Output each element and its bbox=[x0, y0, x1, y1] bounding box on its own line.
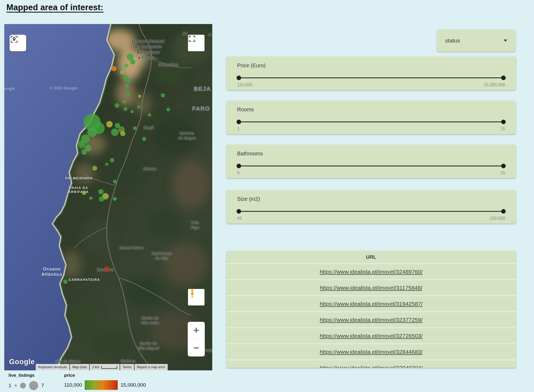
table-row: https://www.idealista.pt/imovel/32726503… bbox=[226, 327, 516, 343]
table-row: https://www.idealista.pt/imovel/32377259… bbox=[226, 311, 516, 327]
url-table: URL https://www.idealista.pt/imovel/3248… bbox=[226, 251, 516, 368]
size-slider-min-handle[interactable] bbox=[237, 209, 241, 214]
price-min-value: 110,000 bbox=[237, 83, 252, 87]
map-data-link[interactable]: Map Data bbox=[70, 364, 89, 370]
price-slider-track[interactable] bbox=[237, 77, 505, 78]
bathrooms-min-value: 0 bbox=[237, 171, 239, 175]
rooms-filter-card: Rooms 1 15 bbox=[226, 101, 516, 134]
bathrooms-slider-label: Bathrooms bbox=[237, 151, 505, 157]
map-attribution-bar: Keyboard shortcuts Map Data 2 km Terms R… bbox=[36, 364, 168, 370]
price-legend-min: 110,000 bbox=[64, 382, 82, 388]
rooms-min-value: 1 bbox=[237, 127, 239, 131]
listing-link[interactable]: https://www.idealista.pt/imovel/31175848… bbox=[320, 285, 422, 291]
size-dot-small bbox=[15, 385, 17, 387]
table-row: https://www.idealista.pt/imovel/32049204… bbox=[226, 359, 516, 368]
size-max-value: 150,000 bbox=[490, 216, 505, 221]
locate-button[interactable] bbox=[10, 35, 26, 51]
map-scale-label: 2 km bbox=[92, 365, 99, 369]
terms-link[interactable]: Terms bbox=[120, 364, 134, 370]
legend: live_listings price 1 7 110,000 15,000,0… bbox=[9, 373, 169, 392]
rooms-slider-label: Rooms bbox=[237, 107, 505, 113]
bathrooms-slider-max-handle[interactable] bbox=[501, 164, 506, 168]
satellite-terrain bbox=[4, 24, 212, 370]
map[interactable]: Parque Natural do Sudoeste Alentejano e … bbox=[4, 24, 212, 370]
listing-link[interactable]: https://www.idealista.pt/imovel/32489760… bbox=[320, 269, 422, 275]
bathrooms-slider-track[interactable] bbox=[237, 166, 505, 166]
price-max-value: 15,000,000 bbox=[484, 83, 505, 87]
status-dropdown[interactable]: status bbox=[437, 29, 515, 52]
url-table-header: URL bbox=[226, 251, 516, 263]
locate-pin-icon bbox=[10, 35, 19, 44]
status-dropdown-label: status bbox=[445, 37, 460, 44]
map-scale-bar bbox=[101, 366, 117, 369]
table-row: https://www.idealista.pt/imovel/31942587… bbox=[226, 295, 516, 311]
bathrooms-max-value: 15 bbox=[500, 171, 505, 175]
fullscreen-button[interactable] bbox=[188, 35, 205, 51]
listing-link[interactable]: https://www.idealista.pt/imovel/32844683… bbox=[320, 349, 422, 355]
listing-link[interactable]: https://www.idealista.pt/imovel/31942587… bbox=[320, 301, 422, 307]
price-legend-label: price bbox=[64, 373, 75, 378]
zoom-in-button[interactable]: + bbox=[188, 322, 205, 339]
page-title: Mapped area of interest: bbox=[6, 3, 103, 12]
size-dot-large bbox=[29, 381, 38, 390]
table-row: https://www.idealista.pt/imovel/32844683… bbox=[226, 343, 516, 359]
report-map-error-link[interactable]: Report a map error bbox=[135, 364, 168, 370]
zoom-control: + − bbox=[188, 322, 205, 356]
price-filter-card: Price (Euro) 110,000 15,000,000 bbox=[226, 57, 516, 90]
size-legend-min: 1 bbox=[9, 383, 11, 389]
size-legend-max: 7 bbox=[41, 383, 44, 389]
size-legend-label: live_listings bbox=[9, 373, 34, 378]
rooms-slider-min-handle[interactable] bbox=[237, 120, 241, 124]
price-legend-max: 15,000,000 bbox=[120, 382, 146, 388]
page: { "page": {"title": "Mapped area of inte… bbox=[0, 0, 534, 392]
pegman-button[interactable] bbox=[188, 289, 205, 305]
size-min-value: 45 bbox=[237, 216, 242, 221]
size-slider-max-handle[interactable] bbox=[501, 209, 506, 214]
zoom-out-button[interactable]: − bbox=[188, 339, 205, 357]
google-logo[interactable]: Google bbox=[9, 358, 35, 366]
price-legend-scale: 110,000 15,000,000 bbox=[64, 379, 146, 391]
map-scale: 2 km bbox=[90, 364, 120, 370]
bathrooms-slider-min-handle[interactable] bbox=[237, 164, 241, 168]
size-slider-label: Size (m2) bbox=[237, 196, 505, 202]
rooms-max-value: 15 bbox=[500, 127, 505, 131]
listing-link[interactable]: https://www.idealista.pt/imovel/32726503… bbox=[320, 333, 422, 339]
listing-link[interactable]: https://www.idealista.pt/imovel/32049204… bbox=[320, 365, 422, 368]
price-slider-min-handle[interactable] bbox=[237, 76, 241, 80]
table-row: https://www.idealista.pt/imovel/32489760… bbox=[226, 263, 516, 279]
bathrooms-filter-card: Bathrooms 0 15 bbox=[226, 145, 516, 178]
price-gradient-bar bbox=[85, 380, 118, 390]
keyboard-shortcuts-link[interactable]: Keyboard shortcuts bbox=[36, 364, 69, 370]
pegman-icon bbox=[188, 289, 197, 300]
table-row: https://www.idealista.pt/imovel/31175848… bbox=[226, 279, 516, 295]
size-slider-track[interactable] bbox=[237, 211, 505, 212]
size-legend-scale: 1 7 bbox=[9, 380, 44, 391]
price-slider-label: Price (Euro) bbox=[237, 62, 505, 69]
chevron-down-icon bbox=[504, 40, 507, 42]
rooms-slider-track[interactable] bbox=[237, 121, 505, 122]
fullscreen-icon bbox=[188, 35, 196, 43]
size-dot-medium bbox=[20, 383, 26, 389]
size-filter-card: Size (m2) 45 150,000 bbox=[226, 190, 516, 224]
rooms-slider-max-handle[interactable] bbox=[501, 120, 506, 124]
listing-link[interactable]: https://www.idealista.pt/imovel/32377259… bbox=[320, 317, 422, 323]
price-slider-max-handle[interactable] bbox=[501, 76, 506, 80]
